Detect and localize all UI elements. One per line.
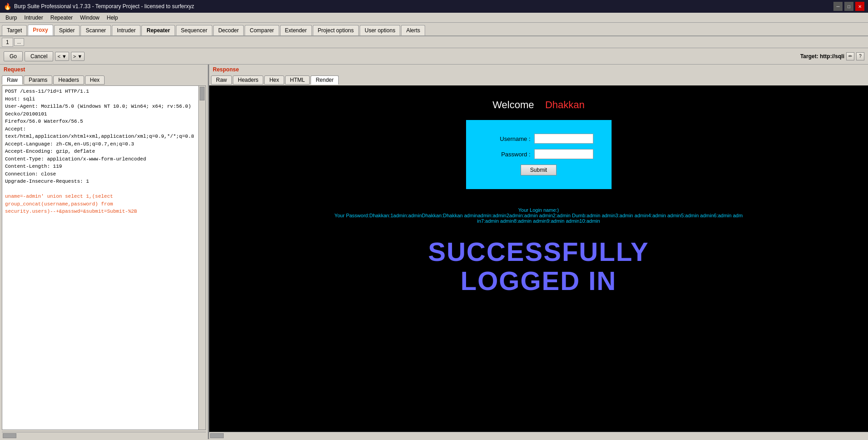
tab-comparer[interactable]: Comparer bbox=[245, 25, 279, 35]
menu-help[interactable]: Help bbox=[103, 14, 122, 22]
response-tabs: Raw Headers Hex HTML Render bbox=[209, 75, 868, 85]
app-icon: 🔥 bbox=[4, 3, 11, 10]
sub-tab-bar: 1 ... bbox=[0, 36, 868, 48]
tab-number[interactable]: 1 bbox=[2, 38, 13, 47]
request-line-payload2: security.users)--+&passwd=&submit=Submit… bbox=[5, 208, 196, 215]
request-line-9: Content-Length: 119 bbox=[5, 163, 196, 170]
response-tab-headers[interactable]: Headers bbox=[233, 75, 263, 85]
request-body[interactable]: POST /Less-11/?id=1 HTTP/1.1 Host: sqli … bbox=[2, 86, 198, 430]
response-tab-hex[interactable]: Hex bbox=[264, 75, 284, 85]
request-tabs: Raw Params Headers Hex bbox=[0, 75, 208, 85]
minimize-button[interactable]: ─ bbox=[833, 2, 843, 11]
maximize-button[interactable]: □ bbox=[844, 2, 853, 11]
request-line-1: POST /Less-11/?id=1 HTTP/1.1 bbox=[5, 88, 196, 95]
go-button[interactable]: Go bbox=[4, 51, 23, 61]
password-label: Password : bbox=[501, 151, 530, 158]
menu-intruder[interactable]: Intruder bbox=[20, 14, 46, 22]
request-tab-raw[interactable]: Raw bbox=[2, 75, 23, 85]
success-message: SUCCESSFULLY LOGGED IN bbox=[428, 237, 649, 295]
nav-left-button[interactable]: < ▼ bbox=[55, 52, 69, 61]
login-data-text: Your Login name:) Your Password:Dhakkan:… bbox=[334, 207, 743, 224]
response-title: Response bbox=[209, 65, 868, 75]
window-controls: ─ □ ✕ bbox=[833, 2, 864, 11]
menu-burp[interactable]: Burp bbox=[2, 14, 20, 22]
response-tab-render[interactable]: Render bbox=[311, 75, 338, 85]
response-tab-html[interactable]: HTML bbox=[285, 75, 310, 85]
request-tab-params[interactable]: Params bbox=[24, 75, 52, 85]
tab-proxy[interactable]: Proxy bbox=[28, 25, 53, 35]
tab-target[interactable]: Target bbox=[2, 25, 27, 35]
welcome-word: Welcome bbox=[492, 99, 534, 110]
request-line-8: Content-Type: application/x-www-form-url… bbox=[5, 155, 196, 163]
welcome-message: Welcome Dhakkan bbox=[492, 99, 585, 111]
tab-dots[interactable]: ... bbox=[14, 38, 24, 46]
request-line-2: Host: sqli bbox=[5, 95, 196, 103]
response-panel: Response Raw Headers Hex HTML Render Wel… bbox=[209, 65, 868, 439]
request-line-4: Firefox/56.0 Waterfox/56.5 bbox=[5, 118, 196, 125]
username-label: Username : bbox=[500, 135, 530, 142]
tab-extender[interactable]: Extender bbox=[280, 25, 312, 35]
welcome-name: Dhakkan bbox=[545, 99, 585, 110]
request-line-11: Upgrade-Insecure-Requests: 1 bbox=[5, 178, 196, 185]
tab-intruder[interactable]: Intruder bbox=[112, 25, 140, 35]
submit-row: Submit bbox=[484, 165, 593, 175]
username-input[interactable] bbox=[534, 134, 593, 144]
rendered-page: Welcome Dhakkan Username : Password : Su… bbox=[209, 85, 868, 432]
menu-repeater[interactable]: Repeater bbox=[47, 14, 76, 22]
main-content: Request Raw Params Headers Hex POST /Les… bbox=[0, 65, 868, 439]
request-line-payload1: uname=-admin' union select 1,(select gro… bbox=[5, 193, 196, 208]
request-line-7: Accept-Encoding: gzip, deflate bbox=[5, 148, 196, 155]
target-url: Target: http://sqli bbox=[800, 53, 844, 60]
title-bar: 🔥 Burp Suite Professional v1.7.33 - Temp… bbox=[0, 0, 868, 13]
tab-spider[interactable]: Spider bbox=[54, 25, 80, 35]
tab-repeater[interactable]: Repeater bbox=[141, 25, 175, 35]
main-tab-bar: Target Proxy Spider Scanner Intruder Rep… bbox=[0, 23, 868, 36]
username-row: Username : bbox=[484, 134, 593, 144]
login-form: Username : Password : Submit bbox=[466, 120, 612, 189]
password-input[interactable] bbox=[534, 149, 593, 159]
your-login-label: Your Login name:) bbox=[334, 207, 743, 213]
request-panel: Request Raw Params Headers Hex POST /Les… bbox=[0, 65, 209, 439]
tab-alerts[interactable]: Alerts bbox=[401, 25, 425, 35]
close-button[interactable]: ✕ bbox=[855, 2, 864, 11]
request-tab-headers[interactable]: Headers bbox=[53, 75, 84, 85]
edit-target-button[interactable]: ✏ bbox=[846, 52, 854, 60]
request-line-5: Accept: text/html,application/xhtml+xml,… bbox=[5, 125, 196, 140]
menu-bar: Burp Intruder Repeater Window Help bbox=[0, 13, 868, 23]
submit-button[interactable]: Submit bbox=[521, 165, 557, 175]
request-line-10: Connection: close bbox=[5, 170, 196, 178]
request-line-3: User-Agent: Mozilla/5.0 (Windows NT 10.0… bbox=[5, 103, 196, 118]
request-line-blank bbox=[5, 185, 196, 193]
response-tab-raw[interactable]: Raw bbox=[211, 75, 232, 85]
login-data-values: Your Password:Dhakkan:1admin:adminDhakka… bbox=[334, 213, 743, 224]
tab-sequencer[interactable]: Sequencer bbox=[176, 25, 212, 35]
tab-scanner[interactable]: Scanner bbox=[80, 25, 111, 35]
cancel-button[interactable]: Cancel bbox=[25, 51, 53, 61]
tab-decoder[interactable]: Decoder bbox=[213, 25, 244, 35]
tab-user-options[interactable]: User options bbox=[360, 25, 400, 35]
app-title: Burp Suite Professional v1.7.33 - Tempor… bbox=[14, 3, 194, 10]
response-body: Welcome Dhakkan Username : Password : Su… bbox=[209, 85, 868, 432]
target-info: Target: http://sqli ✏ ? bbox=[800, 52, 864, 60]
tab-project-options[interactable]: Project options bbox=[313, 25, 359, 35]
request-line-6: Accept-Language: zh-CN,en-US;q=0.7,en;q=… bbox=[5, 140, 196, 148]
help-target-button[interactable]: ? bbox=[856, 52, 864, 60]
request-title: Request bbox=[0, 65, 208, 75]
success-line1: SUCCESSFULLY bbox=[428, 237, 649, 266]
menu-window[interactable]: Window bbox=[76, 14, 103, 22]
nav-right-button[interactable]: > ▼ bbox=[71, 52, 85, 61]
request-tab-hex[interactable]: Hex bbox=[85, 75, 105, 85]
toolbar: Go Cancel < ▼ > ▼ Target: http://sqli ✏ … bbox=[0, 48, 868, 65]
password-row: Password : bbox=[484, 149, 593, 159]
success-line2: LOGGED IN bbox=[428, 266, 649, 295]
